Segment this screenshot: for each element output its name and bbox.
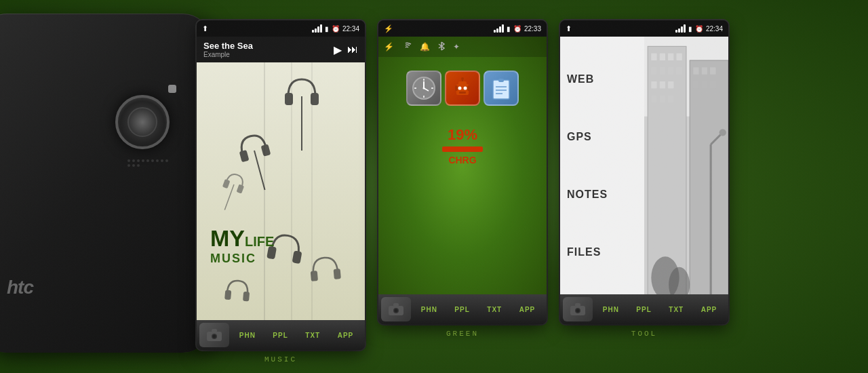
camera-tab-tool[interactable] bbox=[563, 297, 593, 321]
tool-menu-left: WEB GPS NOTES FILES bbox=[560, 37, 644, 294]
tab-app-music[interactable]: APP bbox=[338, 332, 354, 339]
battery-icon-green: ▮ bbox=[507, 25, 511, 33]
status-right-green: ▮ ⏰ 22:33 bbox=[494, 24, 541, 33]
svg-rect-66 bbox=[693, 67, 698, 74]
svg-line-8 bbox=[254, 151, 265, 190]
music-controls[interactable]: ▶ ⏭ bbox=[334, 43, 358, 56]
tab-ppl-music[interactable]: PPL bbox=[273, 332, 288, 339]
tab-txt-green[interactable]: TXT bbox=[487, 306, 502, 313]
camera-tab-green[interactable] bbox=[381, 297, 411, 321]
music-info: See the Sea Example bbox=[203, 41, 253, 58]
battery-icon-tool: ▮ bbox=[688, 25, 692, 33]
svg-rect-19 bbox=[212, 329, 217, 332]
svg-rect-51 bbox=[651, 54, 656, 60]
screens-container: ⬆ ▮ ⏰ 22:34 See the Sea bbox=[197, 20, 728, 364]
status-left-music: ⬆ bbox=[202, 24, 208, 33]
alarm-icon-tool: ⏰ bbox=[695, 25, 703, 33]
menu-web[interactable]: WEB bbox=[567, 73, 637, 85]
tab-phn-green[interactable]: PHN bbox=[421, 306, 437, 313]
menu-gps[interactable]: GPS bbox=[567, 131, 637, 143]
clock-green: 22:33 bbox=[524, 25, 541, 33]
svg-rect-60 bbox=[660, 81, 665, 88]
menu-files[interactable]: FILES bbox=[567, 246, 637, 258]
svg-rect-31 bbox=[455, 85, 458, 91]
svg-rect-11 bbox=[311, 271, 318, 281]
svg-rect-7 bbox=[261, 144, 271, 156]
tool-building-right bbox=[644, 37, 728, 294]
svg-rect-53 bbox=[668, 54, 673, 60]
svg-rect-70 bbox=[702, 81, 707, 88]
tool-phone-frame: ⬆ ▮ ⏰ 22:34 WEB GP bbox=[560, 20, 728, 324]
clock-widget[interactable] bbox=[406, 71, 441, 106]
usb-icon-tool: ⬆ bbox=[566, 24, 572, 33]
notes-widget[interactable] bbox=[484, 71, 519, 106]
tab-ppl-green[interactable]: PPL bbox=[454, 306, 469, 313]
green-screen-content: ⚡ 🔔 ✦ bbox=[378, 37, 547, 294]
svg-rect-63 bbox=[660, 96, 665, 102]
svg-rect-16 bbox=[236, 184, 244, 194]
music-screen-content: MYLIFE MUSIC bbox=[197, 62, 365, 320]
music-phone-frame: ⬆ ▮ ⏰ 22:34 See the Sea bbox=[197, 20, 365, 350]
robot-widget[interactable] bbox=[445, 71, 480, 106]
status-left-tool: ⬆ bbox=[566, 24, 572, 33]
tool-tab-bar: PHN PPL TXT APP bbox=[560, 294, 728, 324]
svg-rect-3 bbox=[285, 93, 293, 105]
green-tab-items: PHN PPL TXT APP bbox=[412, 306, 544, 313]
svg-rect-10 bbox=[292, 250, 302, 264]
signal-bars-tool bbox=[675, 24, 686, 33]
svg-rect-39 bbox=[493, 80, 509, 99]
music-title: See the Sea bbox=[203, 41, 253, 51]
svg-point-47 bbox=[395, 309, 398, 313]
usb-icon-green: ⚡ bbox=[384, 24, 393, 33]
svg-rect-6 bbox=[239, 150, 250, 162]
music-player-bar: See the Sea Example ▶ ⏭ bbox=[197, 37, 365, 62]
tab-app-tool[interactable]: APP bbox=[701, 306, 717, 313]
clock-tool: 22:34 bbox=[706, 25, 723, 33]
camera-flash bbox=[168, 85, 176, 93]
green-status-bar: ⚡ ▮ ⏰ 22:33 bbox=[378, 20, 547, 37]
svg-rect-57 bbox=[668, 67, 673, 74]
svg-rect-71 bbox=[710, 81, 715, 88]
tab-txt-music[interactable]: TXT bbox=[305, 332, 320, 339]
status-left-green: ⚡ bbox=[384, 24, 393, 33]
tab-phn-music[interactable]: PHN bbox=[239, 332, 256, 339]
camera-tab-music[interactable] bbox=[199, 323, 229, 347]
svg-rect-78 bbox=[575, 303, 580, 307]
svg-rect-64 bbox=[668, 96, 673, 102]
tab-txt-tool[interactable]: TXT bbox=[669, 306, 684, 313]
play-button[interactable]: ▶ bbox=[334, 43, 342, 56]
bluetooth-icon[interactable] bbox=[438, 41, 445, 53]
battery-bar bbox=[442, 146, 483, 152]
next-button[interactable]: ⏭ bbox=[347, 43, 358, 56]
green-phone-frame: ⚡ ▮ ⏰ 22:33 ⚡ bbox=[378, 20, 547, 324]
alarm-icon-green: ⏰ bbox=[513, 25, 521, 33]
battery-label: CHRG bbox=[378, 155, 547, 165]
signal-bars-music bbox=[312, 24, 322, 33]
svg-rect-68 bbox=[710, 67, 715, 74]
svg-rect-45 bbox=[393, 303, 399, 307]
status-right-music: ▮ ⏰ 22:34 bbox=[312, 24, 359, 33]
tab-phn-tool[interactable]: PHN bbox=[603, 306, 619, 313]
music-screen: ⬆ ▮ ⏰ 22:34 See the Sea bbox=[197, 20, 365, 364]
flash-icon[interactable]: ⚡ bbox=[384, 42, 394, 52]
svg-rect-62 bbox=[651, 96, 656, 102]
svg-rect-52 bbox=[660, 54, 665, 60]
svg-rect-40 bbox=[498, 79, 504, 82]
svg-rect-15 bbox=[222, 179, 231, 189]
tab-ppl-tool[interactable]: PPL bbox=[636, 306, 651, 313]
svg-rect-55 bbox=[651, 67, 656, 74]
music-tab-items: PHN PPL TXT APP bbox=[231, 332, 362, 339]
tool-tab-items: PHN PPL TXT APP bbox=[594, 306, 726, 313]
brightness-icon[interactable]: ✦ bbox=[453, 42, 460, 52]
music-brand: MYLIFE MUSIC bbox=[210, 225, 274, 266]
svg-line-17 bbox=[224, 184, 234, 210]
status-right-tool: ▮ ⏰ 22:34 bbox=[675, 24, 723, 33]
wifi-icon[interactable] bbox=[402, 42, 412, 52]
tab-app-green[interactable]: APP bbox=[519, 306, 536, 313]
menu-notes[interactable]: NOTES bbox=[567, 189, 637, 201]
tool-screen-content: WEB GPS NOTES FILES bbox=[560, 37, 728, 294]
tool-screen: ⬆ ▮ ⏰ 22:34 WEB GP bbox=[560, 20, 728, 338]
mute-icon[interactable]: 🔔 bbox=[420, 42, 430, 52]
usb-icon-music: ⬆ bbox=[202, 24, 208, 33]
green-screen-label: GREEN bbox=[378, 330, 547, 338]
